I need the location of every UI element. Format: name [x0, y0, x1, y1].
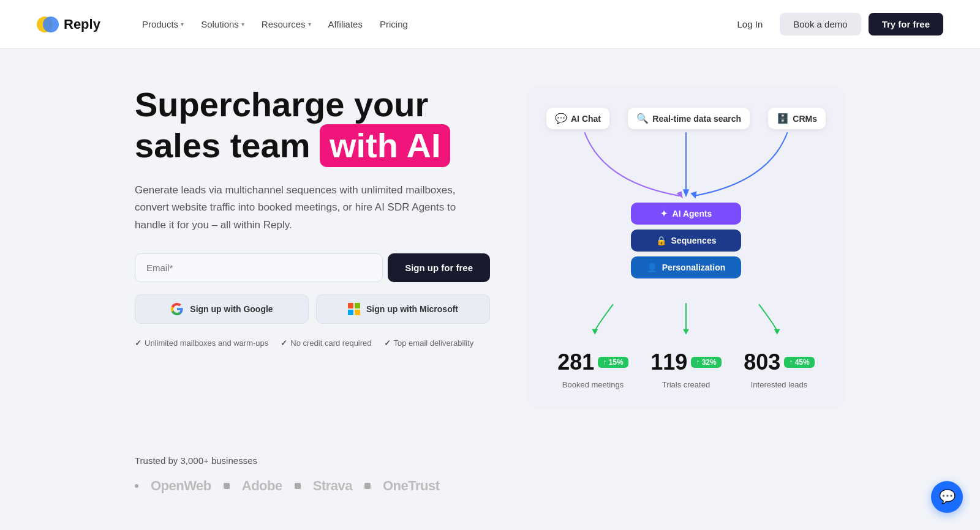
email-signup-row: Sign up for free	[135, 253, 490, 282]
logo-strava: Strava	[313, 478, 352, 494]
trusted-bar: Trusted by 3,000+ businesses OpenWeb Ado…	[61, 433, 919, 516]
trusted-label: Trusted by 3,000+ businesses	[135, 455, 845, 466]
trusted-logos: OpenWeb Adobe Strava OneTrust	[135, 478, 845, 494]
chip-agents: ✦ AI Agents	[631, 203, 741, 225]
hero-left: Supercharge your sales team with AI Gene…	[135, 86, 490, 348]
svg-marker-6	[683, 329, 689, 335]
chevron-icon: ▾	[241, 21, 244, 28]
search-icon: 🔍	[636, 113, 649, 124]
chip-realtime-data: 🔍 Real-time data search	[628, 108, 750, 129]
chevron-icon: ▾	[181, 21, 184, 28]
square-separator	[295, 483, 301, 489]
stat-booked: 281 ↑ 15% Booked meetings	[557, 349, 628, 389]
square-separator	[224, 483, 230, 489]
logo-adobe: Adobe	[242, 478, 282, 494]
chip-personalization: 👤 Personalization	[631, 256, 741, 278]
square-separator	[364, 483, 371, 489]
stats-row: 281 ↑ 15% Booked meetings 119 ↑ 32% Tria…	[546, 349, 826, 389]
signup-free-button[interactable]: Sign up for free	[388, 253, 490, 282]
stat-leads: 803 ↑ 45% Interested leads	[744, 349, 814, 389]
dot-separator	[135, 484, 138, 488]
trust-item-3: ✓ Top email deliverability	[384, 338, 474, 348]
hero-description: Generate leads via multichannel sequence…	[135, 182, 466, 233]
chat-fab-button[interactable]: 💬	[931, 481, 963, 513]
hero-highlight: with AI	[320, 124, 450, 168]
chip-row-top: 💬 AI Chat 🔍 Real-time data search 🗄️ CRM…	[546, 108, 826, 129]
sparkle-icon: ✦	[660, 209, 668, 218]
check-icon: ✓	[281, 338, 287, 348]
logo-openweb: OpenWeb	[151, 478, 211, 494]
trust-item-2: ✓ No credit card required	[281, 338, 371, 348]
google-icon	[170, 302, 184, 316]
person-icon: 👤	[647, 263, 657, 272]
social-signup-row: Sign up with Google Sign up with Microso…	[135, 294, 490, 324]
badge-45: ↑ 45%	[784, 357, 814, 368]
chip-sequences: 🔒 Sequences	[631, 230, 741, 252]
nav-resources[interactable]: Resources ▾	[254, 14, 318, 34]
trust-item-1: ✓ Unlimited mailboxes and warm-ups	[135, 338, 268, 348]
badge-15: ↑ 15%	[598, 357, 628, 368]
lock-icon: 🔒	[656, 236, 666, 245]
check-icon: ✓	[384, 338, 391, 348]
svg-marker-5	[592, 329, 598, 335]
logo-onetrust: OneTrust	[383, 478, 440, 494]
check-icon: ✓	[135, 338, 141, 348]
nav-affiliates[interactable]: Affiliates	[321, 14, 370, 34]
stats-arrows	[546, 298, 826, 335]
trust-row: ✓ Unlimited mailboxes and warm-ups ✓ No …	[135, 338, 490, 348]
nav-solutions[interactable]: Solutions ▾	[194, 14, 252, 34]
try-button[interactable]: Try for free	[869, 13, 943, 35]
logo[interactable]: Reply	[37, 13, 100, 35]
svg-marker-4	[690, 191, 696, 198]
nav-pricing[interactable]: Pricing	[372, 14, 415, 34]
google-signup-button[interactable]: Sign up with Google	[135, 294, 309, 324]
chip-crms: 🗄️ CRMs	[768, 108, 826, 129]
microsoft-icon	[348, 303, 360, 315]
svg-marker-7	[774, 329, 780, 335]
hero-title: Supercharge your sales team with AI	[135, 86, 490, 167]
nav-items: Products ▾ Solutions ▾ Resources ▾ Affil…	[135, 14, 708, 34]
nav-products[interactable]: Products ▾	[135, 14, 191, 34]
logo-text: Reply	[64, 17, 100, 32]
diagram-arrows	[540, 129, 832, 203]
diagram-card: 💬 AI Chat 🔍 Real-time data search 🗄️ CRM…	[527, 86, 845, 409]
email-input[interactable]	[135, 253, 383, 282]
demo-button[interactable]: Book a demo	[780, 13, 861, 35]
database-icon: 🗄️	[777, 113, 789, 124]
chip-ai-chat: 💬 AI Chat	[546, 108, 609, 129]
nav-actions: Log In Book a demo Try for free	[728, 13, 943, 35]
stat-trials: 119 ↑ 32% Trials created	[650, 349, 721, 389]
stats-area: 281 ↑ 15% Booked meetings 119 ↑ 32% Tria…	[546, 298, 826, 389]
logo-icon	[37, 13, 59, 35]
badge-32: ↑ 32%	[691, 357, 721, 368]
chat-fab-icon: 💬	[939, 489, 956, 505]
svg-point-1	[43, 17, 59, 32]
center-block: ✦ AI Agents 🔒 Sequences 👤 Personalizatio…	[546, 203, 826, 278]
navbar: Reply Products ▾ Solutions ▾ Resources ▾…	[0, 0, 980, 49]
hero-section: Supercharge your sales team with AI Gene…	[61, 49, 919, 433]
chevron-icon: ▾	[308, 21, 311, 28]
microsoft-signup-button[interactable]: Sign up with Microsoft	[316, 294, 490, 324]
hero-diagram: 💬 AI Chat 🔍 Real-time data search 🗄️ CRM…	[527, 86, 845, 409]
svg-marker-3	[683, 189, 689, 197]
chat-icon: 💬	[555, 113, 567, 124]
login-button[interactable]: Log In	[728, 14, 773, 34]
